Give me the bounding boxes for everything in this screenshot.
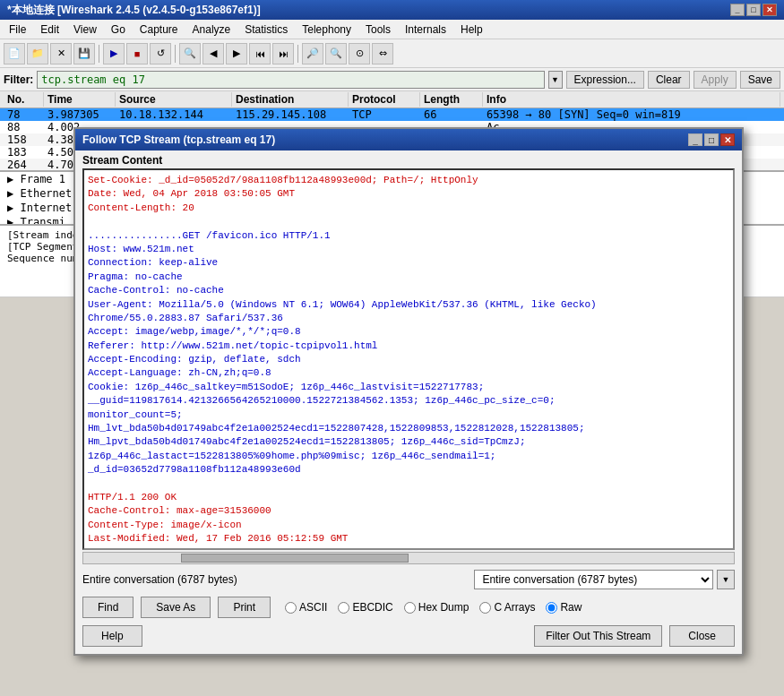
help-button[interactable]: Help [82,625,142,647]
last-packet-button[interactable]: ⏭ [272,43,294,64]
close-file-button[interactable]: ✕ [50,43,72,64]
close-dialog-button[interactable]: Close [669,625,735,647]
stream-line-18: monitor_count=5; [88,408,729,422]
menu-statistics[interactable]: Statistics [239,21,293,38]
filter-dropdown-button[interactable]: ▼ [548,71,563,89]
stop-capture-button[interactable]: ■ [126,43,148,64]
menu-edit[interactable]: Edit [35,21,65,38]
first-packet-button[interactable]: ⏮ [249,43,271,64]
cell-info: 65398 → 80 [SYN] Seq=0 win=819 [483,108,780,121]
filter-bar: Filter: ▼ Expression... Clear Apply Save [0,68,784,91]
dialog-title: Follow TCP Stream (tcp.stream eq 17) [82,133,275,146]
dialog-maximize-button[interactable]: □ [704,133,719,146]
apply-button[interactable]: Apply [694,71,737,89]
cell-time: 3.987305 [44,108,116,121]
stream-line-11: Chrome/55.0.2883.87 Safari/537.36 [88,312,729,325]
zoom-reset-button[interactable]: ⊙ [349,43,370,64]
stream-line-13: Referer: http://www.521m.net/topic-tcpip… [88,339,729,353]
cell-no: 78 [4,108,44,121]
dialog-title-buttons: _ □ ✕ [688,133,735,146]
table-row[interactable]: 78 3.987305 10.18.132.144 115.29.145.108… [0,108,784,121]
menu-view[interactable]: View [68,21,102,38]
encoding-radio-group: ASCII EBCDIC Hex Dump C Arrays Raw [285,601,582,614]
radio-raw[interactable]: Raw [546,601,582,614]
header-source: Source [116,92,232,107]
save-button[interactable]: Save [740,71,780,89]
zoom-in-button[interactable]: 🔎 [302,43,323,64]
start-capture-button[interactable]: ▶ [103,43,125,64]
menu-file[interactable]: File [4,21,31,38]
stream-line-17: __guid=119817614.4213266564265210000.152… [88,394,729,408]
conversation-select[interactable]: Entire conversation (6787 bytes) [474,570,713,589]
cell-no: 88 [4,121,44,133]
menu-internals[interactable]: Internals [400,21,452,38]
find-packet-button[interactable]: 🔍 [179,43,201,64]
forward-button[interactable]: ▶ [226,43,247,64]
find-button[interactable]: Find [82,597,134,618]
zoom-out-button[interactable]: 🔍 [325,43,347,64]
stream-line-23 [88,477,729,491]
stream-line-24: HTTP/1.1 200 OK [88,491,729,504]
minimize-button[interactable]: _ [730,4,745,16]
dialog-bottom-row: Help Filter Out This Stream Close [75,622,742,654]
cell-no: 264 [4,159,44,171]
dialog-minimize-button[interactable]: _ [688,133,702,146]
stream-line-12: Accept: image/webp,image/*,*/*;q=0.8 [88,325,729,339]
save-file-button[interactable]: 💾 [73,43,95,64]
radio-ebcdic-input[interactable] [338,602,349,614]
header-no: No. [4,92,44,107]
conversation-dropdown-button[interactable]: ▼ [717,570,735,589]
radio-carrays[interactable]: C Arrays [479,601,535,614]
scrollbar-thumb[interactable] [181,554,409,563]
stream-line-6: Host: www.521m.net [88,243,729,256]
radio-hexdump-input[interactable] [404,602,416,614]
cell-no: 183 [4,146,44,159]
stream-line-19: Hm_lvt_bda50b4d01749abc4f2e1a002524ecd1=… [88,422,729,435]
window-title: *本地连接 [Wireshark 2.4.5 (v2.4.5-0-g153e86… [7,3,261,18]
cell-no: 158 [4,133,44,146]
stream-content-area[interactable]: Set-Cookie: _d_id=05052d7/98a1108fb112a4… [82,168,735,550]
menu-capture[interactable]: Capture [134,21,184,38]
horizontal-scrollbar[interactable] [82,552,735,564]
stream-line-15: Accept-Language: zh-CN,zh;q=0.8 [88,366,729,380]
header-time: Time [44,92,116,107]
menu-bar: File Edit View Go Capture Analyze Statis… [0,20,784,39]
back-button[interactable]: ◀ [202,43,224,64]
dialog-title-bar: Follow TCP Stream (tcp.stream eq 17) _ □… [75,129,742,150]
cell-length: 66 [420,108,483,121]
restart-capture-button[interactable]: ↺ [150,43,171,64]
maximize-button[interactable]: □ [746,4,761,16]
menu-tools[interactable]: Tools [360,21,396,38]
radio-carrays-input[interactable] [479,602,491,614]
toolbar-separator-2 [175,45,176,63]
radio-hexdump[interactable]: Hex Dump [404,601,470,614]
clear-button[interactable]: Clear [648,71,690,89]
radio-ascii-input[interactable] [285,602,297,614]
dialog-buttons-row-1: Find Save As Print ASCII EBCDIC Hex Dump… [75,593,742,622]
stream-line-28: Accept-Ranges: bytes [88,546,729,550]
conversation-info: Entire conversation (6787 bytes) [82,573,237,586]
filter-input[interactable] [37,71,544,89]
filter-out-stream-button[interactable]: Filter Out This Stream [534,625,662,647]
radio-ascii[interactable]: ASCII [285,601,327,614]
stream-line-14: Accept-Encoding: gzip, deflate, sdch [88,353,729,366]
radio-ebcdic[interactable]: EBCDIC [338,601,392,614]
expression-button[interactable]: Expression... [566,71,644,89]
right-buttons: Filter Out This Stream Close [534,625,735,647]
save-as-button[interactable]: Save As [141,597,211,618]
dialog-close-button[interactable]: ✕ [720,133,735,146]
menu-help[interactable]: Help [455,21,488,38]
radio-raw-input[interactable] [546,602,557,614]
menu-analyze[interactable]: Analyze [187,21,237,38]
stream-line-27: Last-Modified: Wed, 17 Feb 2016 05:12:59… [88,532,729,546]
open-file-button[interactable]: 📁 [27,43,48,64]
toolbar-separator-1 [99,45,99,63]
close-button[interactable]: ✕ [762,4,777,16]
menu-go[interactable]: Go [106,21,131,38]
resize-columns-button[interactable]: ⇔ [372,43,393,64]
menu-telephony[interactable]: Telephony [297,21,357,38]
print-button[interactable]: Print [218,597,271,618]
new-file-button[interactable]: 📄 [4,43,25,64]
header-protocol: Protocol [349,92,420,107]
stream-line-26: Content-Type: image/x-icon [88,519,729,532]
